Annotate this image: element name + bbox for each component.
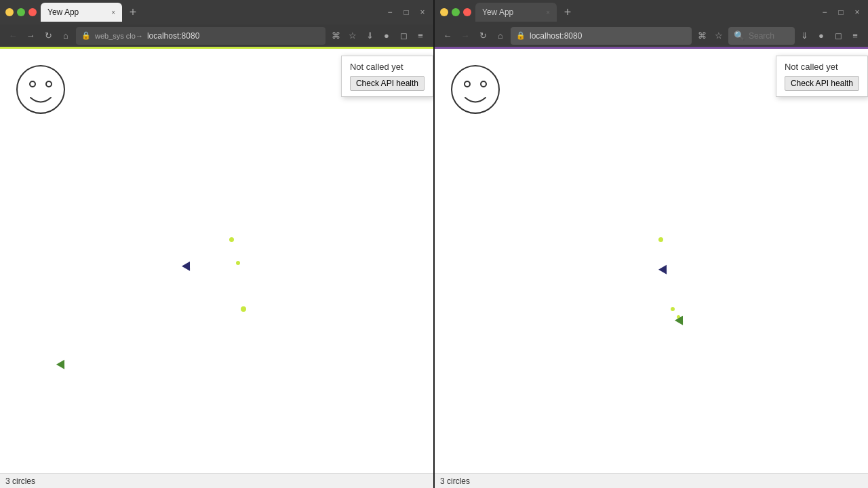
search-input-right[interactable] — [749, 31, 789, 41]
status-text-left: 3 circles — [5, 476, 35, 486]
smiley-face-left — [14, 62, 68, 119]
lock-icon-left: 🔒 — [81, 31, 91, 40]
search-icon-right: 🔍 — [734, 30, 745, 41]
tab-close-right[interactable]: × — [546, 9, 550, 16]
nav-extras-right: ⌘ ☆ 🔍 ⇓ ● ◻ ≡ — [694, 27, 863, 45]
browser-window-left: Yew App × + − □ × ← → ↻ ⌂ 🔒 web_sys clo→ — [0, 0, 435, 488]
grid-button-left[interactable]: ⌘ — [328, 28, 343, 43]
url-input-left[interactable] — [147, 31, 320, 41]
menu-button-right[interactable]: ≡ — [848, 28, 863, 43]
home-button-right[interactable]: ⌂ — [493, 28, 508, 43]
svg-point-4 — [465, 81, 470, 87]
svg-point-3 — [452, 66, 499, 113]
minimize-win-btn-right[interactable]: − — [819, 7, 830, 18]
address-bar-right[interactable]: 🔒 — [511, 27, 692, 45]
title-bar-controls-left: − □ × — [384, 7, 428, 18]
popup-status-right: Not called yet — [785, 62, 859, 72]
nav-bar-left: ← → ↻ ⌂ 🔒 web_sys clo→ ⌘ ☆ ⇓ ● ◻ ≡ — [0, 24, 433, 49]
tab-bar-right: Yew App × + — [475, 3, 815, 22]
back-button-right[interactable]: ← — [440, 28, 455, 43]
search-bar-right[interactable]: 🔍 — [728, 27, 795, 45]
maximize-button-left[interactable] — [17, 8, 25, 16]
maximize-button-right[interactable] — [452, 8, 460, 16]
new-tab-button-right[interactable]: + — [559, 4, 576, 20]
back-button-left[interactable]: ← — [5, 28, 20, 43]
nav-extras-left: ⌘ ☆ ⇓ ● ◻ ≡ — [328, 28, 428, 43]
maximize-win-btn-right[interactable]: □ — [835, 7, 846, 18]
window-controls-left — [5, 8, 37, 16]
close-win-btn-right[interactable]: × — [852, 7, 863, 18]
dot-3-left — [241, 306, 246, 312]
tab-bar-left: Yew App × + — [41, 3, 380, 22]
svg-point-0 — [17, 66, 64, 113]
dot-1-left — [229, 237, 234, 242]
status-bar-left: 3 circles — [0, 473, 433, 488]
cursor-1-right — [658, 262, 671, 274]
home-button-left[interactable]: ⌂ — [58, 28, 73, 43]
profile-button-left[interactable]: ● — [379, 28, 394, 43]
tab-close-left[interactable]: × — [111, 9, 115, 16]
profile-button-right[interactable]: ● — [814, 28, 829, 43]
minimize-button-left[interactable] — [5, 8, 14, 16]
refresh-button-left[interactable]: ↻ — [41, 28, 56, 43]
minimize-win-btn-left[interactable]: − — [384, 7, 395, 18]
download-button-left[interactable]: ⇓ — [362, 28, 377, 43]
status-bar-right: 3 circles — [435, 473, 868, 488]
extensions-button-left[interactable]: ◻ — [396, 28, 411, 43]
svg-point-1 — [30, 81, 35, 87]
smiley-face-right — [448, 62, 502, 119]
minimize-button-right[interactable] — [440, 8, 448, 16]
forward-button-left[interactable]: → — [23, 28, 38, 43]
dot-2-right — [671, 307, 675, 311]
window-controls-right — [440, 8, 471, 16]
dot-2-left — [236, 261, 240, 265]
close-button-left[interactable] — [28, 8, 37, 16]
url-prefix-left: web_sys clo→ — [95, 32, 143, 40]
bookmark-button-left[interactable]: ☆ — [345, 28, 360, 43]
forward-button-right[interactable]: → — [458, 28, 473, 43]
close-button-right[interactable] — [463, 8, 471, 16]
url-input-right[interactable] — [530, 31, 686, 41]
svg-point-2 — [46, 81, 52, 87]
popup-status-left: Not called yet — [350, 62, 425, 72]
page-content-left: Not called yet Check API health — [0, 49, 433, 473]
title-bar-left: Yew App × + − □ × — [0, 0, 433, 24]
close-win-btn-left[interactable]: × — [417, 7, 428, 18]
tab-yewapp-left[interactable]: Yew App × — [41, 3, 122, 22]
refresh-button-right[interactable]: ↻ — [475, 28, 490, 43]
new-tab-button-left[interactable]: + — [125, 4, 141, 20]
extensions-button-right[interactable]: ◻ — [831, 28, 846, 43]
popup-left: Not called yet Check API health — [341, 56, 433, 97]
tab-yewapp-right[interactable]: Yew App × — [475, 3, 557, 22]
tab-label-right: Yew App — [482, 7, 513, 17]
tab-label-left: Yew App — [47, 7, 79, 17]
nav-bar-right: ← → ↻ ⌂ 🔒 ⌘ ☆ 🔍 ⇓ ● ◻ ≡ — [435, 24, 868, 49]
popup-right: Not called yet Check API health — [776, 56, 868, 97]
address-bar-left[interactable]: 🔒 web_sys clo→ — [76, 27, 326, 45]
lock-icon-right: 🔒 — [516, 31, 526, 40]
cursor-1-left — [182, 259, 194, 270]
download-button-right[interactable]: ⇓ — [797, 28, 812, 43]
cursor-2-left — [56, 357, 68, 369]
bookmark-button-right[interactable]: ☆ — [711, 28, 726, 43]
page-content-right: Not called yet Check API health — [435, 49, 868, 473]
dot-1-right — [658, 237, 663, 242]
maximize-win-btn-left[interactable]: □ — [401, 7, 412, 18]
check-api-button-left[interactable]: Check API health — [350, 76, 425, 91]
check-api-button-right[interactable]: Check API health — [785, 76, 859, 91]
status-text-right: 3 circles — [440, 476, 470, 486]
svg-point-5 — [481, 81, 486, 87]
menu-button-left[interactable]: ≡ — [413, 28, 428, 43]
browser-window-right: Yew App × + − □ × ← → ↻ ⌂ 🔒 ⌘ ☆ — [435, 0, 868, 488]
title-bar-right: Yew App × + − □ × — [435, 0, 868, 24]
title-bar-controls-right: − □ × — [819, 7, 863, 18]
grid-button-right[interactable]: ⌘ — [694, 28, 709, 43]
